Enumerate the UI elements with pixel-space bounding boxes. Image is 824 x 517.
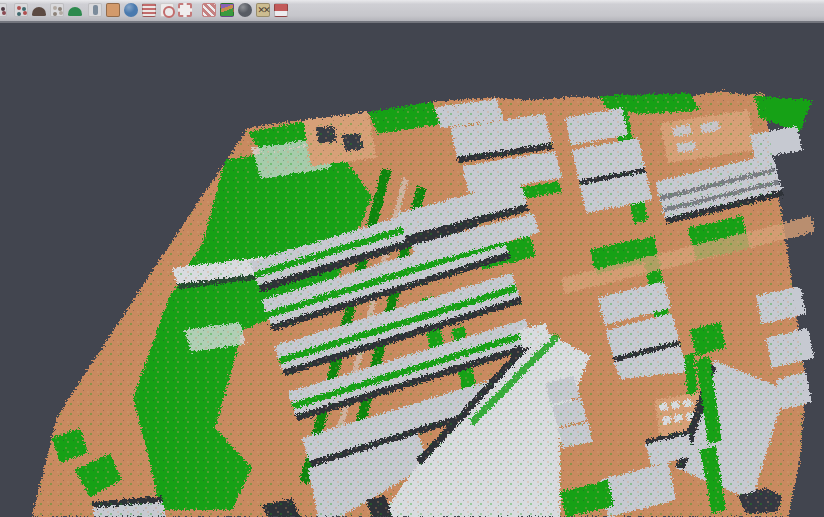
application-window: { "window": { "title": "3D point cloud v… — [0, 0, 824, 517]
clip-region-icon[interactable] — [202, 3, 216, 17]
clipped-edge-tool-icon[interactable] — [0, 3, 7, 17]
extent-brackets-icon[interactable] — [178, 3, 192, 17]
column-icon[interactable] — [88, 3, 102, 17]
3d-viewport[interactable] — [0, 23, 824, 517]
scatter-points-icon[interactable] — [14, 3, 28, 17]
refresh-sphere-icon[interactable] — [124, 3, 138, 17]
classification-palette-icon[interactable] — [220, 3, 234, 17]
terrain-mound-icon[interactable] — [32, 3, 46, 17]
sparse-points-icon[interactable] — [50, 3, 64, 17]
layer-lines-icon[interactable] — [142, 3, 156, 17]
flag-layers-icon[interactable] — [274, 3, 288, 17]
point-cloud-scene[interactable] — [0, 23, 824, 517]
target-ring-icon[interactable] — [160, 3, 174, 17]
ortho-tile-icon[interactable] — [106, 3, 120, 17]
main-toolbar — [0, 0, 824, 23]
green-terrain-icon[interactable] — [68, 3, 82, 17]
globe-icon[interactable] — [238, 3, 252, 17]
point-noise-overlay — [0, 23, 824, 517]
crossed-box-icon[interactable] — [256, 3, 270, 17]
